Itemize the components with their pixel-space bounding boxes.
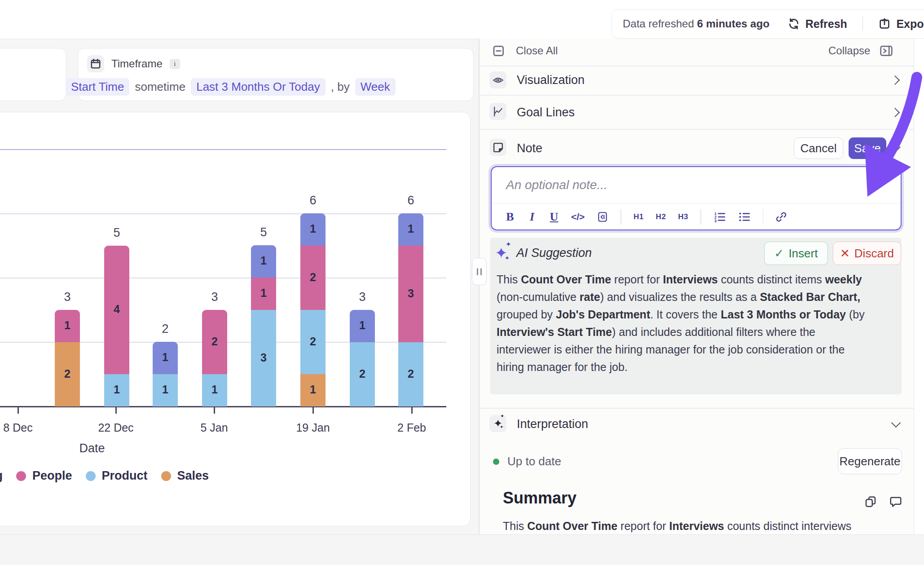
bar-segment-product-19-jan[interactable]: 2 [300,310,326,374]
timeframe-field-pill[interactable]: Start Time [66,78,129,96]
discard-label: Discard [854,247,894,260]
chevron-right-icon [890,108,900,117]
footer-strip [0,534,924,565]
ordered-list-icon[interactable]: 1 2 3 [713,211,726,223]
ai-suggestion-title: AI Suggestion [516,246,592,260]
bar-segment-product-29-dec[interactable]: 1 [153,374,178,406]
note-icon [489,139,506,156]
export-button[interactable]: Export... [876,17,924,31]
summary-body: This Count Over Time report for Intervie… [503,517,907,535]
bar-segment-value: 1 [251,287,276,300]
bar-segment-value: 1 [350,319,375,332]
section-goal-lines[interactable]: Goal Lines [479,95,914,129]
bar-segment-product-22-dec[interactable]: 1 [104,374,129,406]
legend-item-engineering[interactable]: Engineering [0,469,3,483]
italic-icon[interactable]: I [527,210,537,224]
chevron-down-icon[interactable] [891,142,901,152]
bar-segment-engineering-2-feb[interactable]: 1 [398,213,423,246]
interpretation-sparkle-icon: ✦✦✦ [489,415,506,432]
close-all-button[interactable]: Close All [492,44,558,57]
timeframe-title: Timeframe [111,57,163,70]
section-visualization[interactable]: Visualization [479,66,914,95]
underline-icon[interactable]: U [549,210,559,224]
bar-segment-people-12-jan[interactable]: 1 [251,278,276,310]
discard-button[interactable]: ✕ Discard [833,242,901,265]
save-button[interactable]: Save [849,137,886,159]
bar-segment-engineering-29-dec[interactable]: 1 [153,342,178,374]
bar-segment-engineering-12-jan[interactable]: 1 [251,245,276,278]
bar-segment-product-2-feb[interactable]: 2 [398,342,423,406]
collapse-button[interactable]: Collapse [828,44,893,57]
goal-lines-label: Goal Lines [517,106,575,119]
toolbar-separator [620,209,621,225]
bar-segment-people-19-jan[interactable]: 2 [300,246,326,310]
bar-segment-people-22-dec[interactable]: 4 [104,246,129,374]
h1-icon[interactable]: H1 [634,212,644,221]
refresh-label: Refresh [805,18,847,31]
report-toolbar: Data refreshed 6 minutes ago Refresh Exp… [612,9,924,39]
refresh-icon [788,18,800,30]
regenerate-button[interactable]: Regenerate [838,448,902,474]
close-all-icon [492,44,505,57]
comment-icon[interactable] [889,495,902,508]
save-label: Save [854,141,880,155]
bar-segment-value: 2 [300,335,326,348]
refresh-button[interactable]: Refresh [785,17,850,31]
bar-segment-value: 1 [153,351,178,364]
legend-label: Sales [177,469,209,483]
bar-segment-people-5-jan[interactable]: 2 [202,310,227,374]
insert-label: Insert [788,247,818,260]
cancel-button[interactable]: Cancel [794,137,843,159]
panel-resize-handle[interactable] [472,258,487,285]
bar-segment-value: 1 [251,254,276,267]
bar-segment-people-2-feb[interactable]: 3 [398,246,423,342]
right-gutter [914,39,924,534]
info-icon[interactable]: i [170,59,180,69]
panel-divider [479,408,914,409]
timeframe-granularity-pill[interactable]: Week [355,78,396,96]
ai-suggestion-body: This Count Over Time report for Intervie… [497,271,896,376]
toolbar-separator [763,209,764,225]
ai-suggestion-box: ✦ ✦ ✦ AI Suggestion ✓ Insert ✕ Discard T… [490,238,902,394]
h2-icon[interactable]: H2 [656,212,666,221]
legend-item-people[interactable]: People [16,469,72,483]
bar-segment-product-5-jan[interactable]: 1 [202,374,227,406]
inline-code-icon[interactable]: </> [571,212,585,222]
section-interpretation[interactable]: ✦✦✦ Interpretation [479,410,914,439]
bold-icon[interactable]: B [505,210,515,224]
legend-item-product[interactable]: Product [86,469,148,483]
h3-icon[interactable]: H3 [678,212,688,221]
status-label: Up to date [507,455,561,468]
timeframe-filter-card[interactable]: Timeframe i Start Time sometime Last 3 M… [78,48,474,101]
legend-label: Engineering [0,469,3,483]
collapse-panel-icon [879,44,893,57]
bar-segment-value: 1 [104,383,129,396]
bar-segment-engineering-19-jan[interactable]: 1 [300,213,326,246]
bar-segment-engineering-26-jan[interactable]: 1 [350,310,375,342]
link-icon[interactable] [775,211,787,223]
ai-sparkle-icon: ✦ [505,255,510,261]
close-all-label: Close All [516,44,558,57]
bar-segment-people-15-dec[interactable]: 1 [55,310,80,342]
bar-segment-sales-15-dec[interactable]: 2 [55,342,80,406]
note-editor-toolbar: B I U </> H1 H2 H3 1 2 3 [492,203,901,230]
insert-button[interactable]: ✓ Insert [764,242,828,265]
code-block-icon[interactable] [597,211,608,223]
bar-segment-product-12-jan[interactable]: 3 [251,310,276,406]
chevron-right-icon [890,75,900,85]
note-placeholder: An optional note... [506,178,607,192]
note-editor[interactable]: An optional note... B I U </> H1 H2 H3 1… [491,166,902,230]
section-note: Note Cancel Save [479,129,914,166]
bar-segment-value: 4 [104,303,129,316]
bar-segment-value: 1 [202,383,227,396]
legend-dot-icon [16,471,26,481]
timeframe-value-pill[interactable]: Last 3 Months Or Today [191,78,326,96]
filter-card-partial[interactable] [0,48,66,101]
copy-icon[interactable] [864,495,877,508]
chart-legend: EngineeringPeopleProductSales [0,469,209,483]
bar-segment-sales-19-jan[interactable]: 1 [300,374,326,406]
bar-segment-product-26-jan[interactable]: 2 [350,342,375,406]
collapse-label: Collapse [828,44,870,57]
bullet-list-icon[interactable] [738,211,751,223]
legend-item-sales[interactable]: Sales [161,469,209,483]
